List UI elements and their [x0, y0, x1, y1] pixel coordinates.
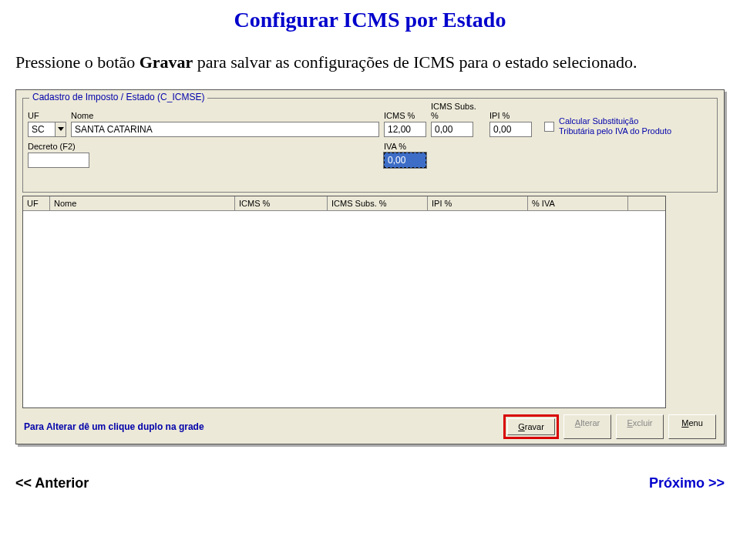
alterar-label-rest: lterar	[580, 418, 600, 428]
excluir-button[interactable]: Excluir	[616, 414, 664, 439]
grid-header-icms-subs[interactable]: ICMS Subs. %	[328, 196, 428, 210]
label-icms: ICMS %	[384, 111, 426, 120]
label-icms-subs: ICMS Subs. %	[431, 102, 485, 120]
gravar-highlight: Gravar	[503, 414, 559, 439]
instruction-bold: Gravar	[140, 52, 193, 72]
decreto-field[interactable]	[28, 153, 89, 168]
label-ipi: IPI %	[489, 111, 532, 120]
iva-field[interactable]: 0,00	[384, 153, 426, 168]
uf-value: SC	[29, 122, 55, 136]
fieldset-legend: Cadastro de Imposto / Estado (C_ICMSE)	[29, 92, 207, 102]
excluir-label-rest: xcluir	[633, 418, 653, 428]
gravar-button[interactable]: Gravar	[507, 418, 555, 435]
cadastro-fieldset: Cadastro de Imposto / Estado (C_ICMSE) U…	[22, 98, 718, 193]
label-iva: IVA %	[384, 142, 426, 151]
data-grid: UF Nome ICMS % ICMS Subs. % IPI % % IVA	[22, 196, 666, 408]
grid-header-blank	[628, 196, 665, 210]
grid-body[interactable]	[23, 211, 665, 407]
menu-label-rest: enu	[688, 418, 702, 428]
gravar-label-rest: ravar	[525, 422, 544, 431]
checkbox-label-l2: Tributária pelo IVA do Produto	[559, 126, 671, 136]
grid-header-ipi[interactable]: IPI %	[428, 196, 528, 210]
grid-header-row: UF Nome ICMS % ICMS Subs. % IPI % % IVA	[23, 196, 665, 211]
next-link[interactable]: Próximo >>	[649, 475, 725, 491]
alterar-button[interactable]: Alterar	[563, 414, 611, 439]
calc-sub-checkbox[interactable]	[544, 122, 554, 132]
label-nome: Nome	[71, 111, 379, 120]
ipi-field[interactable]	[489, 122, 532, 137]
prev-link[interactable]: << Anterior	[15, 475, 89, 491]
uf-select[interactable]: SC	[28, 122, 66, 137]
grid-header-iva[interactable]: % IVA	[528, 196, 628, 210]
icms-subs-field[interactable]	[431, 122, 473, 137]
label-decreto: Decreto (F2)	[28, 142, 136, 151]
grid-header-icms[interactable]: ICMS %	[235, 196, 328, 210]
page-title: Configurar ICMS por Estado	[15, 8, 725, 32]
nome-field[interactable]	[71, 122, 379, 137]
checkbox-label-l1: Calcular Substituição	[559, 116, 671, 126]
instruction-suffix: para salvar as configurações de ICMS par…	[193, 52, 637, 72]
instruction-text: Pressione o botão Gravar para salvar as …	[15, 52, 725, 74]
bottom-bar: Para Alterar dê um clique duplo na grade…	[21, 411, 719, 439]
dropdown-icon[interactable]	[55, 122, 66, 136]
footer-nav: << Anterior Próximo >>	[15, 468, 725, 491]
label-uf: UF	[28, 111, 66, 120]
instruction-prefix: Pressione o botão	[15, 52, 140, 72]
grid-header-uf[interactable]: UF	[23, 196, 50, 210]
icms-field[interactable]	[384, 122, 426, 137]
hint-text: Para Alterar dê um clique duplo na grade	[24, 421, 204, 432]
menu-button[interactable]: Menu	[668, 414, 716, 439]
form-panel: Cadastro de Imposto / Estado (C_ICMSE) U…	[15, 89, 725, 444]
grid-header-nome[interactable]: Nome	[50, 196, 235, 210]
